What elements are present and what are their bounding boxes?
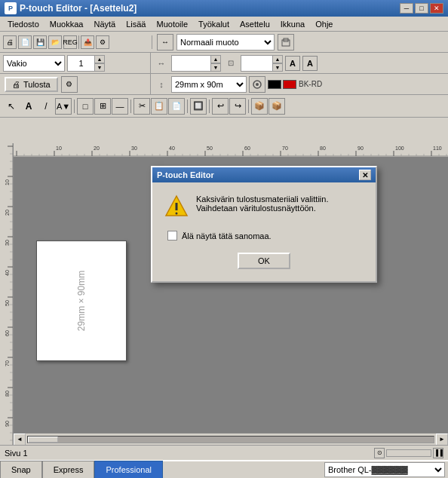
dialog-message-line1: Kaksivärin tulostusmateriiali valittiin.	[196, 195, 328, 204]
svg-point-146	[176, 213, 178, 215]
dialog-title-bar: P-touch Editor ✕	[152, 167, 376, 182]
warning-icon	[164, 195, 189, 219]
dialog-box: P-touch Editor ✕ Kaksivärin tulostusmate…	[151, 166, 377, 283]
dialog-content: Kaksivärin tulostusmateriiali valittiin.…	[152, 182, 376, 281]
dialog-title-text: P-touch Editor	[157, 170, 356, 179]
dont-show-checkbox[interactable]	[167, 231, 177, 241]
dialog-ok-btn[interactable]: OK	[238, 253, 290, 269]
dialog-overlay: P-touch Editor ✕ Kaksivärin tulostusmate…	[0, 0, 448, 478]
svg-rect-145	[176, 203, 178, 210]
dont-show-label: Älä näytä tätä sanomaa.	[182, 231, 272, 241]
dialog-message-row: Kaksivärin tulostusmateriiali valittiin.…	[164, 195, 364, 219]
dialog-buttons: OK	[164, 253, 364, 269]
dialog-close-btn[interactable]: ✕	[359, 170, 371, 180]
dialog-checkbox-row: Älä näytä tätä sanomaa.	[164, 231, 364, 241]
dialog-message-line2: Vaihdetaan väritulostusnäyttöön.	[196, 204, 328, 213]
dialog-message-text: Kaksivärin tulostusmateriiali valittiin.…	[196, 195, 328, 213]
